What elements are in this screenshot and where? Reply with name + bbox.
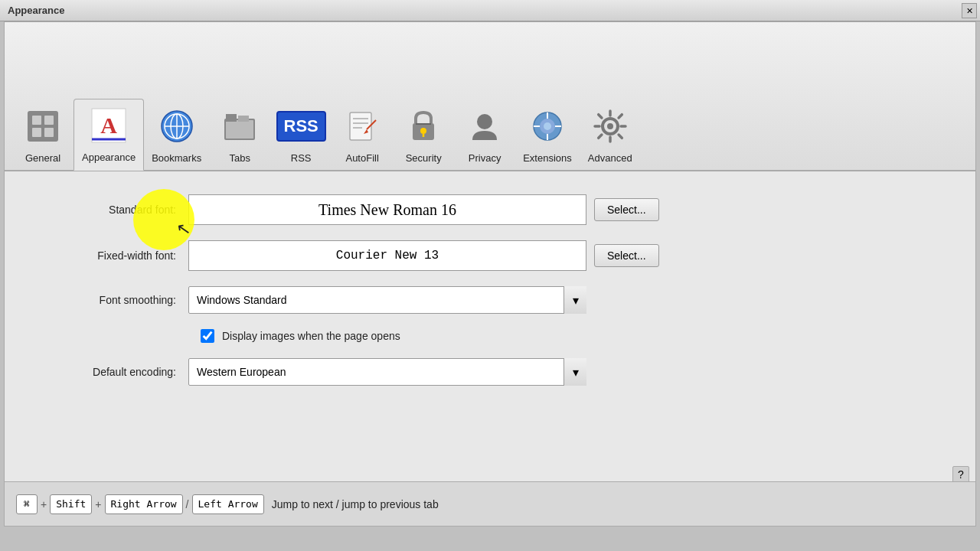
default-encoding-label: Default encoding: [35, 366, 188, 378]
fixed-font-display: Courier New 13 [188, 240, 586, 271]
autofill-icon [341, 105, 384, 148]
svg-point-27 [477, 114, 492, 129]
svg-rect-4 [44, 128, 54, 137]
svg-rect-17 [350, 112, 371, 140]
fixed-font-select-button[interactable]: Select... [594, 244, 659, 267]
svg-rect-1 [32, 116, 41, 125]
security-icon [402, 105, 445, 148]
sep3: / [186, 498, 189, 510]
bookmarks-icon [155, 105, 198, 148]
svg-point-30 [544, 122, 551, 130]
appearance-icon: A [87, 104, 130, 147]
dialog: General A Appearance [4, 21, 976, 527]
toolbar-rss-label: RSS [291, 152, 312, 164]
font-smoothing-select[interactable]: Windows Standard None Light Medium Stron… [188, 286, 586, 314]
shortcut-description: Jump to next / jump to previous tab [272, 498, 439, 510]
toolbar-item-autofill[interactable]: AutoFill [332, 100, 393, 170]
sep2: + [95, 498, 101, 510]
default-encoding-select[interactable]: Western European UTF-8 Unicode Central E… [188, 358, 586, 386]
scrollbar-hint: ? [952, 466, 969, 483]
toolbar-tabs-label: Tabs [229, 152, 250, 164]
general-icon [21, 105, 64, 148]
toolbar-item-appearance[interactable]: A Appearance [74, 99, 144, 171]
toolbar-autofill-label: AutoFill [345, 152, 378, 164]
display-images-label: Display images when the page opens [222, 330, 400, 342]
fixed-font-row: Fixed-width font: Courier New 13 Select.… [35, 240, 945, 271]
standard-font-label: Standard font: [35, 204, 188, 216]
toolbar-item-bookmarks[interactable]: Bookmarks [144, 100, 209, 170]
font-smoothing-label: Font smoothing: [35, 294, 188, 306]
toolbar-item-rss[interactable]: RSS RSS [270, 100, 332, 170]
svg-line-44 [598, 135, 601, 138]
svg-text:A: A [100, 112, 117, 138]
tabs-icon [218, 105, 261, 148]
svg-rect-16 [238, 116, 249, 122]
svg-point-25 [420, 128, 426, 134]
advanced-icon [589, 105, 632, 148]
svg-rect-3 [32, 128, 41, 137]
toolbar-advanced-label: Advanced [588, 152, 632, 164]
toolbar-item-privacy[interactable]: Privacy [454, 100, 515, 170]
right-arrow-key: Right Arrow [105, 494, 183, 514]
font-smoothing-wrapper: Windows Standard None Light Medium Stron… [188, 286, 586, 314]
toolbar-general-label: General [25, 152, 60, 164]
close-button[interactable]: ✕ [962, 3, 977, 18]
standard-font-row: Standard font: Times New Roman 16 Select… [35, 194, 945, 225]
toolbar-item-general[interactable]: General [12, 100, 74, 170]
toolbar-appearance-label: Appearance [82, 152, 136, 163]
toolbar-extensions-label: Extensions [523, 152, 572, 164]
svg-line-41 [598, 115, 601, 118]
svg-rect-14 [226, 120, 253, 139]
shift-key: Shift [50, 494, 92, 514]
toolbar-item-extensions[interactable]: Extensions [515, 100, 580, 170]
title-bar-text: Appearance [8, 5, 64, 16]
svg-line-43 [619, 115, 622, 118]
toolbar-item-tabs[interactable]: Tabs [209, 100, 270, 170]
font-smoothing-row: Font smoothing: Windows Standard None Li… [35, 286, 945, 314]
standard-font-display: Times New Roman 16 [188, 194, 586, 225]
title-bar: Appearance ✕ [0, 0, 980, 21]
fixed-font-label: Fixed-width font: [35, 249, 188, 262]
toolbar-item-security[interactable]: Security [393, 100, 454, 170]
toolbar-item-advanced[interactable]: Advanced [580, 100, 641, 170]
svg-rect-24 [416, 123, 431, 125]
bottom-bar: ⌘ + Shift + Right Arrow / Left Arrow Jum… [5, 481, 975, 526]
rss-icon: RSS [279, 105, 322, 148]
svg-line-42 [619, 135, 622, 138]
default-encoding-wrapper: Western European UTF-8 Unicode Central E… [188, 358, 586, 386]
svg-rect-15 [226, 114, 237, 122]
default-encoding-row: Default encoding: Western European UTF-8… [35, 358, 945, 386]
cmd-key: ⌘ [16, 494, 38, 514]
sep1: + [41, 498, 47, 510]
extensions-icon [526, 105, 569, 148]
display-images-row: Display images when the page opens [35, 329, 945, 343]
svg-rect-0 [28, 111, 58, 142]
display-images-checkbox[interactable] [201, 329, 214, 343]
standard-font-select-button[interactable]: Select... [594, 198, 659, 221]
svg-rect-2 [44, 116, 54, 125]
toolbar: General A Appearance [5, 22, 975, 171]
privacy-icon [463, 105, 506, 148]
toolbar-privacy-label: Privacy [469, 152, 501, 164]
svg-point-36 [607, 123, 613, 129]
left-arrow-key: Left Arrow [192, 494, 264, 514]
toolbar-security-label: Security [406, 152, 442, 164]
content-area: Standard font: Times New Roman 16 Select… [5, 171, 975, 424]
toolbar-bookmarks-label: Bookmarks [152, 152, 201, 164]
